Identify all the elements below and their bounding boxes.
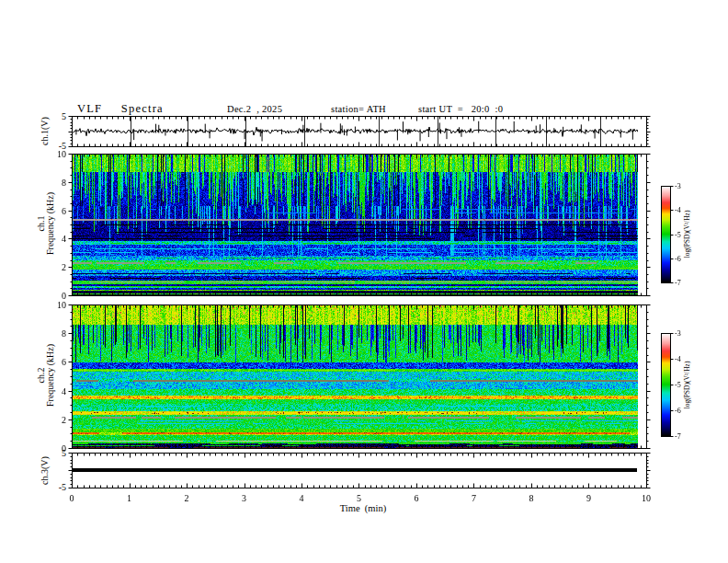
x-tick-label: 3 <box>235 493 254 503</box>
colorbar1-tick-label: -6 <box>675 255 691 263</box>
x-tick-label: 8 <box>522 493 540 503</box>
colorbar1-tick-label: -4 <box>675 206 691 214</box>
colorbar2-tick-label: -7 <box>675 432 691 441</box>
ch2-spectrogram-ylabel: ch.2 Frequency (kHz) <box>37 325 55 426</box>
ch1-spectrogram-ylabel: ch.1 Frequency (kHz) <box>37 173 55 274</box>
spec2-freq-tick-label: 0 <box>46 443 66 454</box>
x-tick-label: 7 <box>465 493 483 503</box>
x-tick-label: 2 <box>177 493 196 503</box>
figure-title: VLF Spectra <box>77 102 164 116</box>
ch3v-tick-bottom: -5 <box>46 482 66 492</box>
ch1-spectrogram-canvas <box>72 154 638 295</box>
colorbar1-tick-label: -5 <box>675 231 691 239</box>
ch1-waveform-canvas <box>72 116 638 146</box>
colorbar2-tick-label: -5 <box>675 381 691 389</box>
ch1-spectrogram-ylabel-line2: Frequency (kHz) <box>46 173 55 274</box>
colorbar1-gradient <box>661 186 670 282</box>
colorbar2-tick-label: -4 <box>675 355 691 363</box>
colorbar2-tick-label: -6 <box>675 407 691 415</box>
x-axis-title: Time (min) <box>322 503 404 513</box>
x-tick-label: 0 <box>63 493 81 503</box>
spec1-freq-tick-label: 8 <box>46 178 66 188</box>
ch3-flat-trace <box>72 468 637 472</box>
spec1-freq-tick-label: 2 <box>46 262 66 272</box>
ch2-spectrogram-ylabel-line2: Frequency (kHz) <box>46 325 55 426</box>
x-tick-label: 4 <box>292 493 311 503</box>
ch1v-tick-top: 5 <box>46 111 66 121</box>
ch2-spectrogram-canvas <box>72 304 638 448</box>
spec2-freq-tick-label: 6 <box>46 357 66 367</box>
x-tick-label: 9 <box>580 493 598 503</box>
colorbar2-gradient <box>661 333 670 436</box>
x-tick-label: 1 <box>120 493 139 503</box>
colorbar1-tick-label: -7 <box>675 279 691 287</box>
spec1-freq-tick-label: 4 <box>46 234 66 244</box>
x-tick-label: 5 <box>350 493 369 503</box>
spec1-freq-tick-label: 10 <box>46 149 66 159</box>
x-tick-label: 10 <box>637 493 655 503</box>
spec1-freq-tick-label: 6 <box>46 206 66 216</box>
colorbar1-tick-label: -3 <box>675 182 691 190</box>
colorbar2-tick-label: -3 <box>675 329 691 338</box>
spec2-freq-tick-label: 8 <box>46 328 66 339</box>
vlf-spectra-figure: VLF Spectra Dec.2 , 2025 station= ATH st… <box>0 0 728 563</box>
station-label: station= ATH <box>331 104 386 114</box>
spec2-freq-tick-label: 10 <box>46 300 66 310</box>
start-ut-label: start UT = 20:0 :0 <box>418 104 503 114</box>
x-tick-label: 6 <box>407 493 426 503</box>
spec2-freq-tick-label: 4 <box>46 386 66 396</box>
spec2-freq-tick-label: 2 <box>46 415 66 425</box>
date-label: Dec.2 , 2025 <box>227 104 282 114</box>
